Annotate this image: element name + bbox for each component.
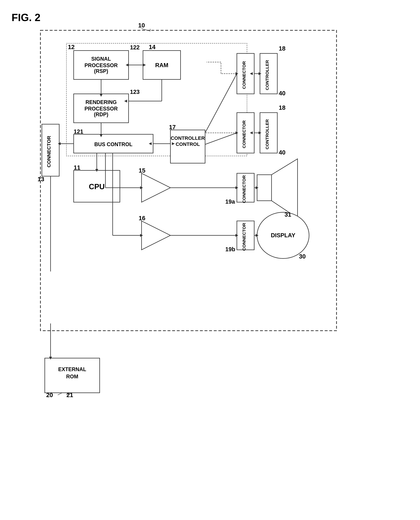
svg-text:14: 14 — [149, 44, 156, 50]
svg-text:(RSP): (RSP) — [94, 68, 108, 74]
svg-text:121: 121 — [74, 128, 83, 135]
svg-text:40: 40 — [279, 90, 285, 97]
svg-text:CONTROL: CONTROL — [176, 141, 200, 147]
svg-text:CPU: CPU — [89, 182, 105, 191]
svg-text:BUS CONTROL: BUS CONTROL — [94, 141, 132, 147]
svg-marker-37 — [271, 159, 298, 218]
svg-text:19b: 19b — [225, 246, 235, 253]
svg-line-114 — [58, 393, 62, 395]
svg-text:CONNECTOR: CONNECTOR — [242, 120, 246, 148]
svg-text:CONNECTOR: CONNECTOR — [242, 61, 246, 89]
diagram-container: FIG. 2 SIGNAL PROCESSOR (RSP) RENDERING … — [12, 12, 409, 514]
svg-text:ROM: ROM — [66, 374, 78, 379]
svg-text:122: 122 — [130, 44, 140, 51]
svg-text:RAM: RAM — [155, 62, 168, 68]
svg-text:SIGNAL: SIGNAL — [91, 56, 111, 62]
svg-text:13: 13 — [38, 176, 44, 183]
svg-text:19a: 19a — [225, 198, 235, 205]
svg-text:DISPLAY: DISPLAY — [271, 232, 295, 238]
svg-text:40: 40 — [279, 149, 285, 156]
svg-text:CONNECTOR: CONNECTOR — [46, 136, 52, 168]
svg-text:18: 18 — [279, 45, 285, 52]
svg-text:17: 17 — [169, 124, 176, 131]
svg-line-81 — [205, 74, 237, 133]
svg-text:CONTROLLER: CONTROLLER — [265, 60, 270, 90]
svg-text:30: 30 — [299, 253, 306, 260]
svg-text:PROCESSOR: PROCESSOR — [84, 106, 118, 112]
svg-text:EXTERNAL: EXTERNAL — [58, 366, 86, 372]
svg-text:15: 15 — [139, 167, 145, 174]
svg-text:12: 12 — [68, 44, 75, 50]
svg-marker-35 — [142, 221, 170, 250]
svg-text:16: 16 — [139, 215, 145, 222]
svg-line-83 — [205, 133, 237, 144]
svg-text:18: 18 — [279, 104, 285, 111]
svg-text:123: 123 — [130, 89, 140, 95]
svg-rect-36 — [257, 175, 271, 201]
svg-text:31: 31 — [285, 211, 291, 218]
svg-text:(RDP): (RDP) — [94, 111, 108, 117]
svg-text:20: 20 — [46, 392, 53, 398]
connections-svg: SIGNAL PROCESSOR (RSP) RENDERING PROCESS… — [12, 12, 409, 514]
svg-text:PROCESSOR: PROCESSOR — [84, 62, 118, 68]
svg-text:10: 10 — [138, 22, 145, 29]
svg-text:CONNECTOR: CONNECTOR — [242, 175, 246, 203]
svg-text:RENDERING: RENDERING — [85, 99, 117, 105]
svg-text:CONTROLLER: CONTROLLER — [265, 119, 270, 149]
svg-text:11: 11 — [74, 164, 81, 171]
svg-marker-34 — [142, 173, 170, 202]
svg-text:21: 21 — [67, 392, 73, 398]
svg-text:CONTROLLER: CONTROLLER — [171, 135, 205, 141]
svg-text:CONNECTOR: CONNECTOR — [242, 223, 246, 251]
